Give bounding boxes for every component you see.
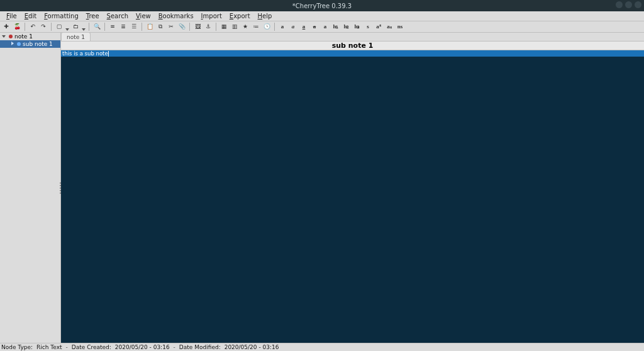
undo-button[interactable]: ↶ (28, 23, 37, 31)
menu-file[interactable]: File (3, 13, 21, 20)
content-area: note 1 sub note 1 this is a sub note (61, 33, 644, 343)
expand-icon[interactable] (10, 42, 15, 47)
main-area: note 1sub note 1 note 1 sub note 1 this … (0, 33, 644, 343)
status-modified-label: Date Modified: (179, 344, 221, 350)
insert-toc-button[interactable]: ≔ (252, 23, 260, 31)
text-caret (108, 51, 109, 57)
paste-button[interactable]: 📋 (145, 23, 154, 31)
underline-button[interactable]: a (299, 23, 308, 31)
list-todo-button[interactable]: ☰ (130, 23, 138, 31)
menu-view[interactable]: View (132, 13, 155, 20)
dropdown-icon[interactable] (82, 25, 86, 29)
toolbar: ✚🍒↶↷▢🗀🔍≡≣☰📋⧉✂📎🖼⚓▦▥★≔🕓aaaaah₁h₂h₃saˢaₛns (0, 21, 644, 33)
statusbar: Node Type: Rich Text - Date Created: 202… (0, 343, 644, 351)
codebox-button[interactable]: ▥ (230, 23, 239, 31)
menu-bookmarks[interactable]: Bookmarks (155, 13, 197, 20)
tabstrip: note 1 (61, 33, 644, 42)
status-node-type-value: Rich Text (36, 344, 62, 350)
status-node-type-label: Node Type: (1, 344, 33, 350)
menu-edit[interactable]: Edit (21, 13, 40, 20)
tree-node-label: note 1 (14, 33, 33, 40)
list-number-button[interactable]: ≣ (119, 23, 128, 31)
bold-button[interactable]: a (278, 23, 287, 31)
insert-timestamp-button[interactable]: 🕓 (262, 23, 271, 31)
subscript-button[interactable]: aₛ (385, 23, 394, 31)
new-instance-button[interactable]: ▢ (55, 23, 64, 31)
editor-area[interactable]: this is a sub note (61, 50, 644, 343)
status-separator: - (66, 344, 68, 350)
window-title: *CherryTree 0.39.3 (292, 3, 352, 9)
current-line[interactable]: this is a sub note (61, 50, 644, 57)
menu-export[interactable]: Export (226, 13, 254, 20)
toolbar-separator (104, 23, 105, 31)
remove-format-button[interactable]: ns (396, 23, 404, 31)
image-button[interactable]: 🖼 (193, 23, 202, 31)
h1-button[interactable]: h₁ (331, 23, 340, 31)
mono-button[interactable]: a (321, 23, 330, 31)
node-header: sub note 1 (61, 42, 644, 50)
menubar: FileEditFormattingTreeSearchViewBookmark… (0, 11, 644, 21)
redo-button[interactable]: ↷ (39, 23, 48, 31)
status-created-value: 2020/05/20 - 03:16 (115, 344, 170, 350)
tab-label: note 1 (67, 34, 85, 40)
minimize-button[interactable] (616, 1, 623, 8)
status-modified-value: 2020/05/20 - 03:16 (225, 344, 279, 350)
node-icon (9, 35, 13, 38)
menu-search[interactable]: Search (103, 13, 132, 20)
menu-help[interactable]: Help (254, 13, 276, 20)
menu-formatting[interactable]: Formatting (40, 13, 82, 20)
status-created-label: Date Created: (72, 344, 111, 350)
cherry-button[interactable]: 🍒 (13, 23, 21, 31)
small-button[interactable]: s (364, 23, 372, 31)
table-button[interactable]: ▦ (219, 23, 228, 31)
cut-button[interactable]: ✂ (167, 23, 175, 31)
menu-tree[interactable]: Tree (82, 13, 103, 20)
node-title: sub note 1 (332, 42, 374, 50)
status-separator: - (174, 344, 175, 350)
strike-button[interactable]: a (310, 23, 319, 31)
node-icon (17, 42, 21, 46)
tree-node-label: sub note 1 (23, 41, 53, 47)
insert-special-button[interactable]: ★ (241, 23, 250, 31)
open-button[interactable]: 🗀 (71, 23, 80, 31)
anchor-button[interactable]: ⚓ (204, 23, 213, 31)
new-node-button[interactable]: ✚ (2, 23, 11, 31)
expand-icon[interactable] (2, 34, 7, 39)
tree-node-note-1[interactable]: note 1 (0, 33, 60, 40)
close-button[interactable] (635, 1, 641, 8)
h2-button[interactable]: h₂ (342, 23, 351, 31)
toolbar-separator (216, 23, 216, 31)
menu-import[interactable]: Import (197, 13, 226, 20)
superscript-button[interactable]: aˢ (374, 23, 383, 31)
toolbar-separator (142, 23, 142, 31)
toolbar-separator (274, 23, 275, 31)
toolbar-separator (89, 23, 89, 31)
tree-node-sub-note-1[interactable]: sub note 1 (0, 40, 60, 48)
list-bullet-button[interactable]: ≡ (108, 23, 117, 31)
toolbar-separator (25, 23, 25, 31)
toolbar-separator (189, 23, 190, 31)
find-button[interactable]: 🔍 (92, 23, 101, 31)
tree-sidebar: note 1sub note 1 (0, 33, 61, 343)
h3-button[interactable]: h₃ (353, 23, 362, 31)
copy-button[interactable]: ⧉ (156, 23, 165, 31)
attach-button[interactable]: 📎 (177, 23, 186, 31)
window-titlebar: *CherryTree 0.39.3 (0, 0, 644, 11)
tab-note1[interactable]: note 1 (61, 32, 91, 41)
italic-button[interactable]: a (289, 23, 297, 31)
maximize-button[interactable] (625, 1, 632, 8)
editor-text: this is a sub note (62, 50, 108, 57)
dropdown-icon[interactable] (65, 25, 69, 29)
toolbar-separator (51, 23, 52, 31)
